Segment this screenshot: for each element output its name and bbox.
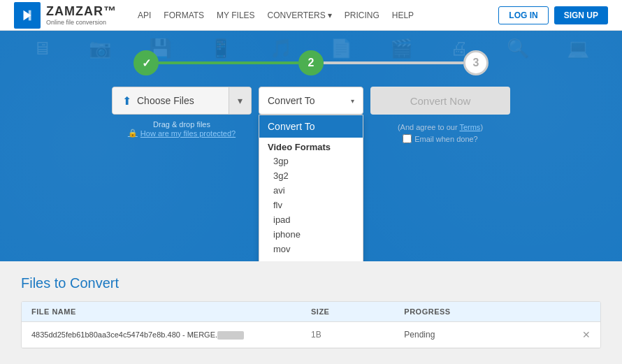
chevron-down-icon: ▾ (238, 95, 243, 106)
convert-to-label: Convert To (268, 95, 314, 106)
logo: ZAMZAR™ Online file conversion (14, 2, 117, 29)
step-line-1 (159, 61, 298, 64)
email-label: Email when done? (414, 135, 478, 143)
email-checkbox[interactable] (403, 134, 412, 143)
lock-icon: 🔒 (128, 129, 138, 138)
step-line-2 (324, 61, 463, 64)
format-ipad[interactable]: ipad (259, 212, 363, 227)
step-3-label: 3 (473, 57, 479, 69)
format-3gp[interactable]: 3gp (259, 154, 363, 168)
dropdown-header: Convert To (259, 115, 363, 138)
files-table: FILE NAME SIZE PROGRESS 4835dd25feb61b80… (21, 301, 601, 349)
agree-text: (And agree to our Terms) (370, 123, 510, 131)
logo-icon (14, 2, 41, 29)
format-iphone[interactable]: iphone (259, 227, 363, 242)
nav: API FORMATS MY FILES CONVERTERS ▾ PRICIN… (138, 10, 498, 20)
header: ZAMZAR™ Online file conversion API FORMA… (0, 0, 622, 31)
email-checkbox-area: Email when done? (370, 134, 510, 143)
step-1: ✓ (133, 50, 159, 75)
protected-link[interactable]: 🔒 How are my files protected? (112, 129, 252, 138)
nav-my-files[interactable]: MY FILES (217, 10, 254, 20)
file-name-cell: 4835dd25feb61b80aa3ce4c5474b7e8b.480 - M… (31, 330, 311, 339)
steps-container: ✓ 2 3 (0, 31, 622, 87)
controls-row: ⬆ Choose Files ▾ Convert To ▾ Convert To… (0, 87, 622, 115)
upload-icon: ⬆ (122, 94, 131, 108)
drag-drop-area: Drag & drop files 🔒 How are my files pro… (112, 120, 252, 143)
col-size: SIZE (311, 307, 404, 316)
converters-chevron-icon: ▾ (328, 10, 332, 20)
table-header: FILE NAME SIZE PROGRESS (22, 302, 600, 322)
logo-title: ZAMZAR™ (46, 4, 117, 19)
choose-files-label: Choose Files (137, 95, 194, 106)
logo-subtitle: Online file conversion (46, 19, 117, 26)
signup-button[interactable]: SIGN UP (554, 6, 608, 24)
login-button[interactable]: LOG IN (498, 6, 548, 24)
convert-now-button[interactable]: Convert Now (370, 87, 510, 115)
status-badge: Pending (404, 330, 435, 340)
convert-to-chevron-icon: ▾ (351, 97, 354, 105)
file-progress-cell: Pending ✕ (404, 329, 591, 340)
format-mov[interactable]: mov (259, 242, 363, 256)
table-row: 4835dd25feb61b80aa3ce4c5474b7e8b.480 - M… (22, 322, 600, 348)
step-2-label: 2 (308, 57, 314, 69)
step-2: 2 (298, 50, 324, 75)
remove-file-button[interactable]: ✕ (582, 329, 591, 340)
choose-files-main[interactable]: ⬆ Choose Files (113, 87, 229, 114)
convert-to-button[interactable]: Convert To ▾ (259, 87, 363, 115)
step-1-label: ✓ (142, 57, 151, 70)
nav-pricing[interactable]: PRICING (345, 10, 379, 20)
choose-files-button[interactable]: ⬆ Choose Files ▾ (112, 87, 252, 115)
agree-area: (And agree to our Terms) Email when done… (370, 120, 510, 143)
col-progress: PROGRESS (404, 307, 591, 316)
file-size-cell: 1B (311, 330, 404, 340)
logo-text: ZAMZAR™ Online file conversion (46, 4, 117, 26)
col-file-name: FILE NAME (31, 307, 311, 316)
files-title: Files to Convert (21, 275, 601, 291)
video-formats-category: Video Formats (259, 138, 363, 154)
nav-help[interactable]: HELP (392, 10, 414, 20)
format-avi[interactable]: avi (259, 183, 363, 198)
convert-to-wrapper: Convert To ▾ Convert To Video Formats 3g… (259, 87, 363, 115)
nav-converters[interactable]: CONVERTERS ▾ (268, 10, 332, 20)
choose-files-dropdown-arrow[interactable]: ▾ (229, 87, 251, 114)
files-section: Files to Convert FILE NAME SIZE PROGRESS… (0, 261, 622, 363)
format-flv[interactable]: flv (259, 198, 363, 212)
format-mpg[interactable]: mpg (259, 256, 363, 261)
svg-rect-1 (29, 10, 31, 20)
terms-link[interactable]: Terms (459, 123, 480, 131)
nav-api[interactable]: API (138, 10, 151, 20)
nav-formats[interactable]: FORMATS (164, 10, 204, 20)
header-actions: LOG IN SIGN UP (498, 6, 608, 24)
convert-to-dropdown[interactable]: Convert To Video Formats 3gp 3g2 avi flv… (259, 115, 363, 261)
hero-banner: 🖥 📷 💾 📱 🎵 📄 🎬 🖨 🔍 💻 ✓ 2 3 ⬆ Choose Files (0, 31, 622, 261)
step-3: 3 (463, 50, 489, 75)
format-3g2[interactable]: 3g2 (259, 168, 363, 183)
drag-drop-text: Drag & drop files (112, 120, 252, 129)
